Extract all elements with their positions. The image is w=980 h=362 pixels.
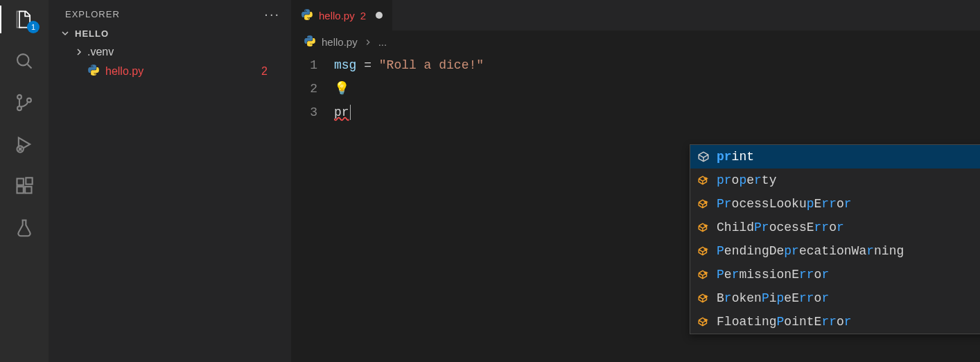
suggest-item[interactable]: BrokenPipeError <box>690 286 980 310</box>
editor-tab-hello[interactable]: hello.py 2 <box>291 0 392 31</box>
breadcrumb-file: hello.py <box>322 36 358 48</box>
suggest-item[interactable]: FloatingPointError <box>690 310 980 334</box>
tree-item-label: .venv <box>87 46 114 58</box>
text-cursor <box>350 105 351 120</box>
activity-run-debug[interactable] <box>13 133 35 155</box>
editor-area: hello.py 2 hello.py ... 1 msg = "Roll a … <box>291 0 980 362</box>
suggest-item[interactable]: PermissionError <box>690 263 980 286</box>
svg-rect-6 <box>17 187 24 193</box>
suggest-item-label: print <box>717 150 754 164</box>
chevron-down-icon <box>60 28 71 39</box>
suggest-item-label: ProcessLookupError <box>717 197 852 211</box>
activity-extensions[interactable] <box>13 175 35 197</box>
dirty-indicator-icon[interactable] <box>376 12 383 19</box>
code-token: msg <box>334 58 356 72</box>
lightbulb-icon[interactable]: 💡 <box>334 82 349 96</box>
sidebar-title: EXPLORER <box>65 9 120 19</box>
activity-bar: 1 <box>0 0 49 362</box>
suggest-item-label: PermissionError <box>717 268 829 282</box>
chevron-right-icon <box>363 37 373 47</box>
chevron-right-icon <box>73 46 85 58</box>
breadcrumb-rest: ... <box>378 36 387 48</box>
editor-tabs: hello.py 2 <box>291 0 980 31</box>
svg-point-2 <box>17 106 21 110</box>
python-file-icon <box>87 64 100 79</box>
svg-rect-8 <box>26 178 32 184</box>
tab-problem-count: 2 <box>360 10 366 21</box>
suggest-item[interactable]: print <box>690 145 980 169</box>
suggest-item-label: ChildProcessError <box>717 221 844 234</box>
suggest-item-label: FloatingPointError <box>717 315 852 329</box>
python-file-icon <box>304 35 316 49</box>
svg-point-1 <box>17 95 21 99</box>
folder-name: HELLO <box>75 28 109 39</box>
suggest-widget[interactable]: printpropertyProcessLookupErrorChildProc… <box>690 144 980 334</box>
activity-explorer[interactable]: 1 <box>13 8 35 31</box>
explorer-sidebar: EXPLORER ··· HELLO .venv hello.py 2 <box>49 0 291 362</box>
tree-item-label: hello.py <box>105 65 143 78</box>
svg-rect-7 <box>25 187 31 193</box>
svg-point-3 <box>27 98 31 103</box>
suggest-item[interactable]: property <box>690 169 980 192</box>
line-number: 1 <box>291 53 334 77</box>
code-token: "Roll a dice!" <box>379 58 484 72</box>
explorer-badge: 1 <box>27 21 40 33</box>
suggest-item[interactable]: ProcessLookupError <box>690 192 980 216</box>
svg-rect-5 <box>17 179 24 185</box>
line-number: 3 <box>291 101 334 124</box>
sidebar-more-icon[interactable]: ··· <box>264 7 280 21</box>
suggest-item[interactable]: PendingDeprecationWarning <box>690 239 980 263</box>
code-token: pr <box>334 105 349 119</box>
python-file-icon <box>301 8 313 23</box>
breadcrumbs[interactable]: hello.py ... <box>291 31 980 53</box>
activity-source-control[interactable] <box>13 92 35 114</box>
tab-filename: hello.py <box>319 10 355 21</box>
svg-point-0 <box>17 54 28 65</box>
suggest-item[interactable]: ChildProcessError <box>690 216 980 239</box>
file-tree: .venv hello.py 2 <box>49 43 291 82</box>
suggest-item-label: property <box>717 173 776 187</box>
activity-testing[interactable] <box>13 216 35 239</box>
code-editor[interactable]: 1 msg = "Roll a dice!" 2 💡 3 pr <box>291 53 980 124</box>
problem-count: 2 <box>261 65 268 78</box>
tree-file-hello[interactable]: hello.py 2 <box>54 61 291 82</box>
tree-folder-venv[interactable]: .venv <box>54 43 291 61</box>
suggest-item-label: BrokenPipeError <box>717 291 829 305</box>
line-number: 2 <box>291 77 334 101</box>
code-token: = <box>356 58 378 72</box>
activity-search[interactable] <box>13 50 35 72</box>
folder-header[interactable]: HELLO <box>49 24 291 43</box>
suggest-item-label: PendingDeprecationWarning <box>717 244 904 258</box>
